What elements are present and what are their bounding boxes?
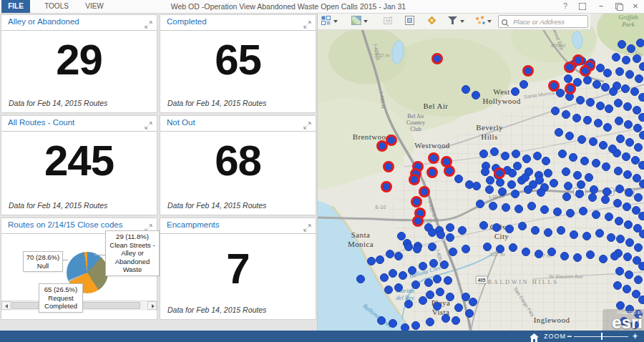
map-point[interactable] (633, 54, 641, 63)
map-point[interactable] (579, 207, 587, 215)
map-point[interactable] (535, 250, 543, 258)
map-point[interactable] (535, 176, 544, 185)
map-point[interactable] (533, 152, 542, 160)
map-point[interactable] (576, 96, 585, 104)
map-point[interactable] (389, 319, 397, 328)
map-point[interactable] (573, 171, 582, 180)
map-point[interactable] (401, 323, 409, 331)
map-point[interactable] (634, 193, 643, 202)
map-point[interactable] (615, 117, 623, 125)
map-point[interactable] (588, 193, 597, 202)
map-point[interactable] (527, 202, 536, 210)
map-point[interactable] (577, 135, 586, 144)
map-point[interactable] (514, 205, 523, 213)
map-point[interactable] (605, 212, 613, 221)
map-point[interactable] (444, 276, 452, 285)
map-point[interactable] (397, 232, 406, 240)
map-point[interactable] (511, 87, 519, 96)
map-point[interactable] (625, 270, 633, 279)
map-point[interactable] (419, 262, 427, 270)
map-point[interactable] (446, 293, 454, 301)
map-point[interactable] (560, 252, 569, 260)
map-point[interactable] (562, 167, 570, 176)
map-point[interactable] (492, 223, 501, 232)
map-point[interactable] (479, 221, 488, 230)
tab-file[interactable]: FILE (1, 0, 30, 13)
map-point[interactable] (615, 217, 623, 225)
map-point[interactable] (639, 62, 644, 71)
map-point[interactable] (638, 161, 644, 170)
map-point[interactable] (408, 266, 416, 275)
map-point-selected[interactable] (411, 196, 422, 207)
map-point[interactable] (610, 252, 619, 260)
map-point[interactable] (580, 157, 589, 165)
map-point[interactable] (639, 180, 644, 188)
map-point[interactable] (639, 230, 644, 238)
map-point[interactable] (380, 273, 389, 282)
map-point[interactable] (521, 173, 530, 182)
restore-button[interactable] (613, 1, 624, 11)
map-point[interactable] (594, 119, 602, 127)
map-point[interactable] (505, 225, 514, 233)
map-point-selected[interactable] (412, 215, 424, 227)
map-point[interactable] (540, 205, 549, 214)
map-point[interactable] (428, 228, 436, 237)
map-point-selected[interactable] (428, 152, 439, 164)
map-point[interactable] (575, 190, 584, 198)
map-point[interactable] (429, 259, 438, 268)
map-point[interactable] (426, 318, 434, 326)
help-button[interactable]: ? (560, 1, 571, 11)
map-point[interactable] (389, 269, 397, 278)
map-point[interactable] (605, 104, 613, 113)
map-point[interactable] (419, 296, 427, 305)
map-point[interactable] (596, 102, 605, 110)
map-point[interactable] (613, 199, 622, 207)
map-point[interactable] (616, 135, 625, 143)
map-point[interactable] (577, 180, 585, 189)
map-point[interactable] (599, 255, 608, 263)
map-point[interactable] (472, 91, 480, 99)
map-point-selected[interactable] (548, 80, 560, 92)
map-point[interactable] (615, 67, 624, 76)
map-point[interactable] (615, 267, 624, 275)
map-point-selected[interactable] (494, 167, 505, 179)
map-point[interactable] (454, 303, 463, 312)
scroll-left-button[interactable] (1, 301, 11, 310)
map-point[interactable] (377, 316, 386, 325)
map-point[interactable] (462, 85, 470, 94)
map-point[interactable] (638, 262, 644, 270)
map-point[interactable] (586, 98, 595, 107)
minimize-button[interactable]: – (595, 1, 607, 11)
map-point[interactable] (572, 114, 581, 122)
map-point[interactable] (356, 275, 365, 283)
map-point-selected[interactable] (409, 174, 420, 185)
map-point[interactable] (522, 248, 530, 256)
map-point[interactable] (599, 141, 608, 150)
map-point[interactable] (502, 203, 510, 212)
map-point[interactable] (612, 53, 620, 62)
map-point[interactable] (583, 116, 592, 124)
map-point[interactable] (489, 202, 497, 210)
map-point[interactable] (634, 275, 643, 284)
map-point[interactable] (592, 80, 601, 89)
map-point[interactable] (498, 187, 507, 196)
map-point[interactable] (508, 169, 517, 177)
map-point[interactable] (566, 209, 575, 218)
map-point[interactable] (507, 180, 516, 189)
map-point[interactable] (569, 153, 577, 162)
map-point[interactable] (394, 252, 403, 260)
map-point[interactable] (562, 192, 571, 201)
map-point[interactable] (511, 190, 519, 198)
map-point[interactable] (481, 167, 489, 176)
map-point[interactable] (638, 93, 644, 102)
map-point[interactable] (465, 309, 474, 318)
map-point[interactable] (452, 316, 460, 325)
map-point[interactable] (512, 150, 520, 158)
map-point[interactable] (462, 245, 470, 253)
map-point[interactable] (542, 157, 550, 165)
map-point[interactable] (607, 233, 615, 242)
chevron-down-icon[interactable] (460, 20, 464, 23)
map-point[interactable] (582, 232, 591, 240)
features-button[interactable] (475, 15, 487, 27)
map-point[interactable] (386, 250, 394, 258)
